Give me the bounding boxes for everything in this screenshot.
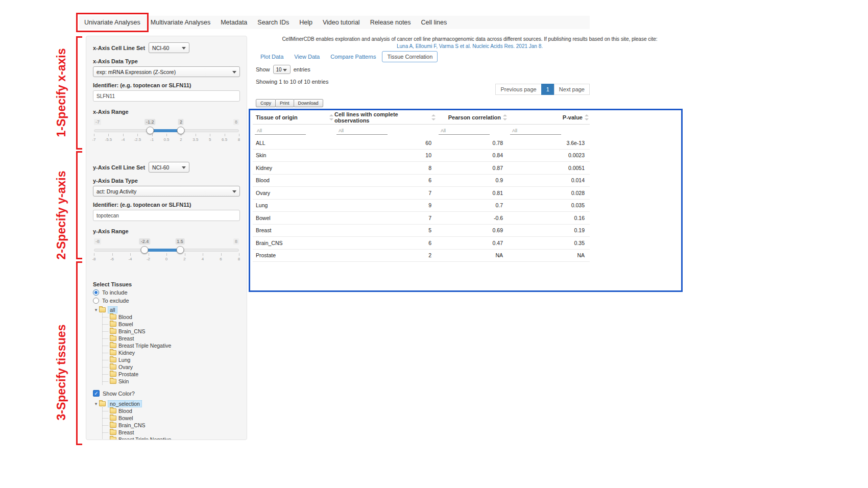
- next-page-button[interactable]: Next page: [554, 84, 590, 95]
- sort-icon[interactable]: [431, 114, 436, 120]
- to-include-radio[interactable]: [93, 289, 99, 296]
- print-button[interactable]: Print: [275, 99, 294, 107]
- tab-view-data[interactable]: View Data: [290, 52, 324, 62]
- y-slider-tick: [130, 253, 131, 256]
- sort-icon[interactable]: [503, 114, 507, 120]
- cell-pvalue: 0.16: [508, 215, 590, 221]
- x-data-type-select[interactable]: exp: mRNA Expression (Z-Score): [93, 66, 240, 77]
- color-tree-node-bowel[interactable]: Bowel: [103, 414, 240, 422]
- include-tree-node-brain-cns[interactable]: Brain_CNS: [103, 328, 240, 335]
- color-tree-node-brain-cns[interactable]: Brain_CNS: [103, 422, 240, 429]
- tab-tissue-correlation[interactable]: Tissue Correlation: [382, 51, 438, 62]
- filter-input-p-value[interactable]: [510, 127, 561, 135]
- x-slider-handle-to[interactable]: [177, 127, 185, 134]
- cell-pvalue: NA: [508, 252, 590, 258]
- y-identifier-input[interactable]: topotecan: [93, 210, 240, 221]
- table-row-all[interactable]: ALL600.783.6e-13: [253, 137, 590, 150]
- color-tree-node-breast-triple-negative[interactable]: Breast Triple Negative: [103, 436, 240, 440]
- y-slider-tick: [112, 253, 113, 256]
- include-tree-node-label: Brain_CNS: [118, 328, 146, 334]
- table-row-ovary[interactable]: Ovary70.810.028: [253, 187, 590, 200]
- cell-pvalue: 0.035: [508, 202, 590, 208]
- page-1-button[interactable]: 1: [541, 84, 554, 95]
- include-tree-node-prostate[interactable]: Prostate: [103, 371, 240, 378]
- include-tree-node-ovary[interactable]: Ovary: [103, 363, 240, 371]
- include-tree-node-label: Kidney: [118, 350, 135, 356]
- color-tree-root-label[interactable]: no_selection: [108, 400, 142, 407]
- y-slider-tick: [166, 253, 167, 256]
- show-color-checkbox[interactable]: ✓: [93, 390, 100, 397]
- include-tree-root-label[interactable]: all: [108, 306, 117, 313]
- include-tree-node-kidney[interactable]: Kidney: [103, 349, 240, 356]
- tree-expand-icon[interactable]: ▾: [93, 307, 99, 312]
- include-tree-node-breast-triple-negative[interactable]: Breast Triple Negative: [103, 342, 240, 349]
- include-tree-node-label: Breast Triple Negative: [118, 343, 171, 349]
- include-tree-node-lung[interactable]: Lung: [103, 356, 240, 363]
- filter-input-tissue-of-origin[interactable]: [255, 127, 306, 135]
- tissue-mode-option-to-exclude[interactable]: To exclude: [93, 298, 240, 304]
- color-tree-node-blood[interactable]: Blood: [103, 407, 240, 414]
- x-range-slider[interactable]: -78-1.22-7-5.5-4-2.5-10.523.556.58: [94, 127, 239, 150]
- include-tree-node-skin[interactable]: Skin: [103, 378, 240, 385]
- table-row-lung[interactable]: Lung90.70.035: [253, 200, 590, 212]
- table-row-kidney[interactable]: Kidney80.870.0051: [253, 162, 590, 175]
- show-color-row[interactable]: ✓ Show Color?: [93, 390, 240, 397]
- tab-plot-data[interactable]: Plot Data: [256, 52, 288, 62]
- x-cell-line-set-select[interactable]: NCI-60: [149, 42, 189, 53]
- tree-expand-icon[interactable]: ▾: [93, 401, 99, 406]
- y-slider-handle-to[interactable]: [176, 246, 184, 254]
- nav-tab-release-notes[interactable]: Release notes: [365, 16, 416, 29]
- nav-tab-search-ids[interactable]: Search IDs: [252, 16, 294, 29]
- column-header-p-value[interactable]: P-value: [508, 114, 590, 120]
- y-slider-handle-from[interactable]: [141, 246, 149, 254]
- x-identifier-input[interactable]: SLFN11: [93, 90, 240, 102]
- entries-count-select[interactable]: 10: [273, 65, 291, 74]
- nav-tab-video-tutorial[interactable]: Video tutorial: [318, 16, 365, 29]
- x-slider-tick-label: 2: [180, 137, 182, 142]
- x-slider-handle-from[interactable]: [146, 127, 154, 134]
- table-row-bowel[interactable]: Bowel7-0.60.16: [253, 212, 590, 225]
- include-tree-node-bowel[interactable]: Bowel: [103, 321, 240, 328]
- include-tree-root-row[interactable]: ▾all: [93, 306, 240, 313]
- y-range-slider[interactable]: -88-2.41.5-8-6-4-202468: [94, 247, 239, 269]
- nav-tab-metadata[interactable]: Metadata: [215, 16, 252, 29]
- y-data-type-select[interactable]: act: Drug Activity: [93, 186, 240, 197]
- tab-compare-patterns[interactable]: Compare Patterns: [326, 52, 380, 62]
- table-header-row: Tissue of originCell lines with complete…: [253, 110, 590, 125]
- cell-pvalue: 0.19: [508, 227, 590, 233]
- nav-tab-help[interactable]: Help: [294, 16, 318, 29]
- citation-text: CellMinerCDB enables exploration and ana…: [253, 36, 687, 42]
- column-header-tissue-of-origin[interactable]: Tissue of origin: [253, 114, 334, 120]
- color-tree-children: BloodBowelBrain_CNSBreastBreast Triple N…: [102, 407, 240, 440]
- previous-page-button[interactable]: Previous page: [495, 84, 541, 95]
- sort-icon[interactable]: [585, 114, 589, 120]
- filter-input-cell-lines-with-complete-observations[interactable]: [336, 127, 388, 135]
- filter-input-pearson-correlation[interactable]: [439, 127, 490, 135]
- sort-icon[interactable]: [329, 114, 333, 120]
- x-cell-line-set-row: x-Axis Cell Line Set NCI-60: [93, 42, 240, 53]
- nav-tab-cell-lines[interactable]: Cell lines: [416, 16, 452, 29]
- table-row-blood[interactable]: Blood60.90.014: [253, 175, 590, 187]
- folder-icon: [110, 408, 116, 413]
- main-content: CellMinerCDB enables exploration and ana…: [253, 36, 687, 311]
- table-row-brain-cns[interactable]: Brain_CNS60.470.35: [253, 237, 590, 250]
- color-tree-node-label: Breast: [118, 429, 134, 435]
- y-cell-line-set-select[interactable]: NCI-60: [149, 162, 189, 173]
- x-range-label: x-Axis Range: [93, 109, 240, 115]
- citation-link[interactable]: Luna A, Elloumi F, Varma S et al. Nuclei…: [253, 43, 687, 50]
- include-tree-node-breast[interactable]: Breast: [103, 335, 240, 342]
- table-row-prostate[interactable]: Prostate2NANA: [253, 250, 590, 262]
- download-button[interactable]: Download: [294, 99, 323, 107]
- color-tree-root-row[interactable]: ▾no_selection: [93, 400, 240, 407]
- column-header-pearson-correlation[interactable]: Pearson correlation: [437, 114, 508, 120]
- nav-tab-multivariate-analyses[interactable]: Multivariate Analyses: [146, 16, 215, 29]
- to-exclude-radio[interactable]: [93, 298, 99, 304]
- nav-tab-univariate-analyses[interactable]: Univariate Analyses: [79, 16, 146, 29]
- copy-button[interactable]: Copy: [256, 99, 276, 107]
- color-tree-node-breast[interactable]: Breast: [103, 429, 240, 436]
- column-header-cell-lines-with-complete-observations[interactable]: Cell lines with complete observations: [334, 111, 437, 124]
- tissue-mode-option-to-include[interactable]: To include: [93, 289, 240, 296]
- include-tree-node-blood[interactable]: Blood: [103, 313, 240, 321]
- table-row-skin[interactable]: Skin100.840.0023: [253, 150, 590, 162]
- table-row-breast[interactable]: Breast50.690.19: [253, 225, 590, 237]
